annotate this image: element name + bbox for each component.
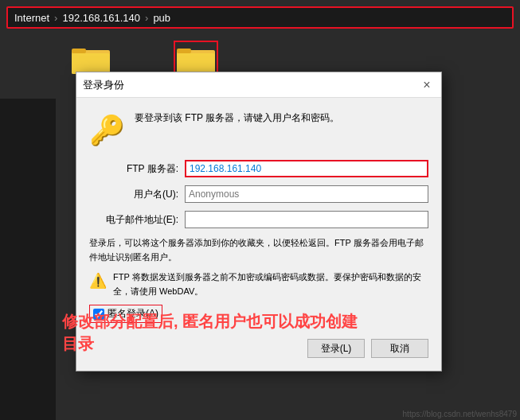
folder-wenhs-icon: [72, 44, 110, 76]
svg-rect-2: [72, 49, 86, 53]
annotation-line1: 修改部分配置后, 匿名用户也可以成功创建: [62, 310, 514, 332]
username-label: 用户名(U):: [89, 188, 185, 201]
watermark: https://blog.csdn.net/wenhs8479: [400, 408, 520, 420]
svg-rect-5: [177, 49, 191, 53]
email-row: 电子邮件地址(E):: [89, 211, 428, 228]
info-text: 登录后，可以将这个服务器添加到你的收藏夹，以便轻松返回。FTP 服务器会用电子邮…: [89, 236, 428, 264]
key-icon: 🔑: [89, 114, 125, 147]
warning-row: ⚠️ FTP 将数据发送到服务器之前不加密或编码密码或数据。要保护密码和数据的安…: [89, 270, 428, 298]
annotation-area: 修改部分配置后, 匿名用户也可以成功创建 目录: [62, 310, 514, 355]
ftp-server-label: FTP 服务器:: [89, 162, 185, 176]
username-row: 用户名(U):: [89, 185, 428, 203]
dialog-close-button[interactable]: ×: [419, 77, 435, 93]
dialog-header: 🔑 要登录到该 FTP 服务器，请键入用户名和密码。: [89, 111, 428, 147]
addr-segment-pub: pub: [153, 12, 170, 24]
email-input[interactable]: [185, 211, 428, 228]
addr-segment-ip: 192.168.161.140: [62, 12, 140, 24]
ftp-server-row: FTP 服务器:: [89, 160, 428, 177]
dialog-description: 要登录到该 FTP 服务器，请键入用户名和密码。: [135, 111, 339, 125]
addr-segment-internet: Internet: [14, 12, 49, 24]
dialog-title: 登录身份: [83, 78, 124, 92]
warning-text: FTP 将数据发送到服务器之前不加密或编码密码或数据。要保护密码和数据的安全，请…: [113, 270, 428, 298]
email-label: 电子邮件地址(E):: [89, 213, 185, 227]
warning-icon: ⚠️: [89, 272, 107, 290]
addr-sep-1: ›: [54, 12, 57, 24]
address-bar[interactable]: Internet › 192.168.161.140 › pub: [6, 6, 514, 29]
username-input[interactable]: [185, 185, 428, 203]
ftp-server-input[interactable]: [185, 160, 428, 177]
annotation-line2: 目录: [62, 332, 514, 355]
addr-sep-2: ›: [145, 12, 148, 24]
dialog-titlebar: 登录身份 ×: [76, 72, 441, 98]
folder-win10-icon: [177, 44, 215, 76]
